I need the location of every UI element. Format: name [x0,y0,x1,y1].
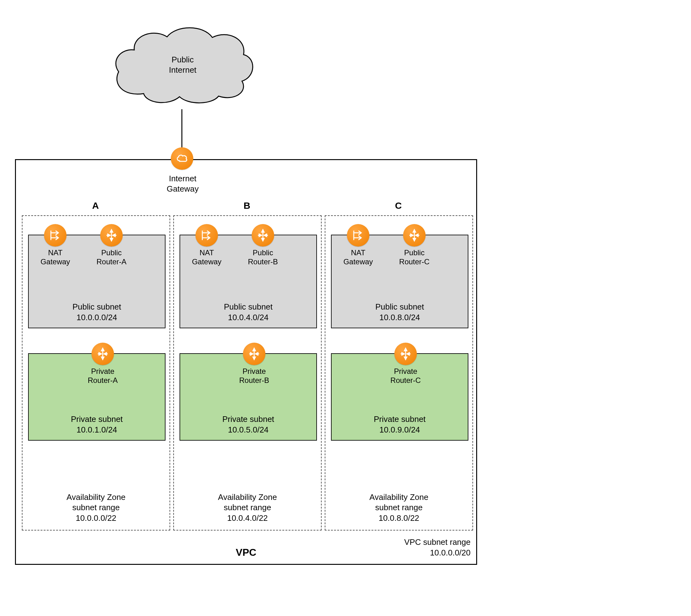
public-subnet-label: Public subnet [72,302,121,311]
private-subnet-cidr: 10.0.1.0/24 [77,425,117,434]
public-internet-cloud: Public Internet [109,22,256,109]
nat-label-2: Gateway [343,258,373,266]
az-label-2: subnet range [375,503,423,512]
az-letter-a: A [92,200,99,211]
public-subnet-label: Public subnet [375,302,424,311]
priv-router-label-1: Private [91,367,114,375]
private-subnet-label: Private subnet [374,414,425,424]
private-router-b: PrivateRouter-B [237,343,271,385]
svg-marker-48 [402,353,404,355]
az-label-1: Availability Zone [218,492,277,502]
az-a-footer: Availability Zone subnet range 10.0.0.0/… [22,492,170,524]
az-b-footer: Availability Zone subnet range 10.0.4.0/… [174,492,321,524]
az-label-1: Availability Zone [370,492,428,502]
az-letter-b: B [244,200,250,211]
svg-marker-33 [255,353,258,355]
svg-marker-24 [259,234,261,237]
svg-marker-14 [99,353,102,355]
public-router-a: PublicRouter-A [94,224,129,266]
cloud-gateway-icon [171,147,193,170]
public-subnet-cidr: 10.0.4.0/24 [228,313,269,322]
svg-marker-26 [264,234,267,237]
private-subnet-cidr: 10.0.5.0/24 [228,425,269,434]
internet-gateway-label: Internet Gateway [156,174,209,194]
az-label-2: subnet range [224,503,271,512]
private-subnet-label: Private subnet [222,414,274,424]
pub-router-label-2: Router-A [97,258,126,266]
private-subnet-label: Private subnet [71,414,123,424]
router-icon [100,224,123,246]
svg-marker-16 [104,353,106,355]
nat-label-1: NAT [48,248,62,257]
svg-marker-39 [413,238,416,241]
pub-router-label-1: Public [253,248,273,257]
svg-marker-7 [108,234,110,237]
nat-label-1: NAT [351,248,365,257]
router-icon [252,224,274,246]
priv-router-label-2: Router-B [239,376,269,384]
nat-gateway-icon [347,224,370,246]
public-router-b: PublicRouter-B [246,224,280,266]
private-router-a: PrivateRouter-A [86,343,120,385]
nat-gateway-b: NATGateway [190,224,224,266]
vpc-range-cidr: 10.0.0.0/20 [430,548,470,557]
priv-router-label-2: Router-C [390,376,421,384]
internet-gateway [170,147,194,170]
igw-text-1: Internet [169,174,196,183]
public-subnet-a: NATGateway PublicRouter-A Public subnet … [28,235,166,328]
priv-router-label-1: Private [394,367,417,375]
availability-zone-c: NATGateway PublicRouter-C Public subnet … [325,215,473,530]
priv-router-label-2: Router-A [88,376,118,384]
cloud-text-2: Internet [169,65,196,74]
public-subnet-b: NATGateway PublicRouter-B Public subnet … [180,235,317,328]
svg-marker-43 [416,234,418,237]
pub-router-label-2: Router-B [248,258,278,266]
nat-gateway-c: NATGateway [341,224,375,266]
public-internet-label: Public Internet [109,54,256,75]
svg-marker-5 [110,238,113,241]
nat-label-1: NAT [200,248,214,257]
public-subnet-c: NATGateway PublicRouter-C Public subnet … [331,235,468,328]
svg-marker-46 [404,357,407,359]
svg-marker-29 [253,357,255,359]
az-letter-c: C [395,200,402,211]
nat-gateway-icon [195,224,218,246]
svg-marker-28 [253,348,255,351]
router-icon [91,343,114,365]
pub-router-label-1: Public [101,248,122,257]
az-cidr: 10.0.0.0/22 [76,513,116,523]
router-icon [403,224,425,246]
az-label-2: subnet range [72,503,120,512]
svg-marker-22 [261,238,264,241]
svg-marker-12 [102,357,104,359]
svg-marker-50 [407,353,410,355]
cloud-text-1: Public [172,55,194,64]
svg-marker-4 [110,230,113,232]
svg-marker-38 [413,230,416,232]
router-icon [243,343,266,365]
pub-router-label-2: Router-C [399,258,430,266]
svg-marker-21 [261,230,264,232]
public-subnet-cidr: 10.0.8.0/24 [379,313,420,322]
svg-marker-45 [404,348,407,351]
svg-marker-11 [102,348,104,351]
cloud-to-igw-connector [182,109,182,150]
private-subnet-b: PrivateRouter-B Private subnet 10.0.5.0/… [180,353,317,441]
private-subnet-a: PrivateRouter-A Private subnet 10.0.1.0/… [28,353,166,441]
priv-router-label-1: Private [243,367,266,375]
vpc-subnet-range: VPC subnet range 10.0.0.0/20 [404,537,470,558]
availability-zone-a: NATGateway PublicRouter-A Public subnet … [22,215,170,530]
svg-marker-9 [113,234,115,237]
az-cidr: 10.0.4.0/22 [227,513,268,523]
availability-zone-b: NATGateway PublicRouter-B Public subnet … [173,215,321,530]
private-router-c: PrivateRouter-C [389,343,423,385]
pub-router-label-1: Public [404,248,424,257]
az-c-footer: Availability Zone subnet range 10.0.8.0/… [326,492,473,524]
az-cidr: 10.0.8.0/22 [378,513,419,523]
vpc-range-label: VPC subnet range [404,537,470,547]
nat-gateway-icon [44,224,66,246]
private-subnet-cidr: 10.0.9.0/24 [379,425,420,434]
public-subnet-label: Public subnet [224,302,273,311]
nat-label-2: Gateway [192,258,222,266]
igw-text-2: Gateway [167,184,199,194]
